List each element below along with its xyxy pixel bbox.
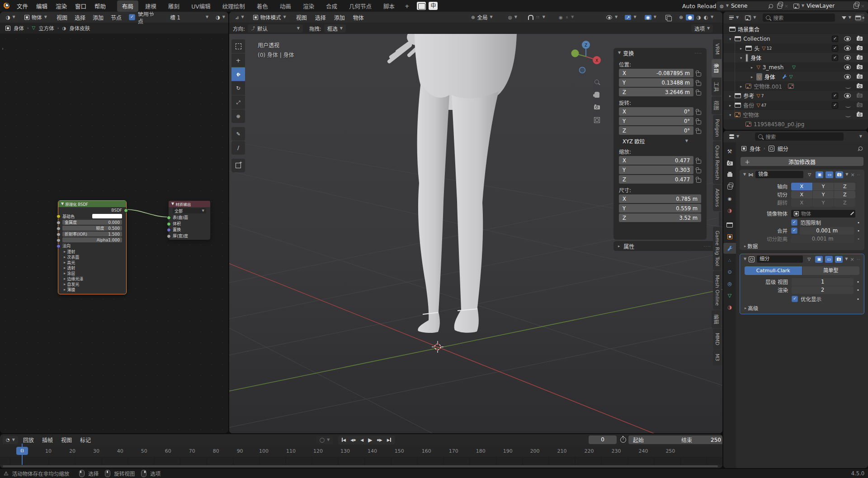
viewport-menu-item[interactable]: 添加 [330,14,349,21]
tool-scale[interactable]: ⤢︎ [231,95,245,109]
next-keyframe-button[interactable]: ◆▶ [374,438,384,442]
metallic-socket[interactable] [57,221,61,225]
topbar-menu-item[interactable]: 渲染 [52,2,71,10]
tab-object-data[interactable]: ▽ [723,290,736,301]
jump-to-end-button[interactable]: ▶ [385,438,393,442]
mirror-data-section[interactable]: 数据 [747,242,758,250]
render-disabled-icon[interactable] [857,94,863,98]
options-dropdown[interactable]: 选项▼ [691,24,713,33]
alpha-slider[interactable]: Alpha1.000 [62,237,122,242]
shader-menu-item[interactable]: 添加 [89,14,107,21]
selectability-dropdown[interactable]: ▼ [603,13,621,21]
hide-viewport-icon[interactable] [844,46,851,51]
rotation-field[interactable]: Z0° [619,126,693,135]
row-scene-collection[interactable]: 场景集合 [723,24,868,34]
n-panel-tab[interactable]: VRM [713,39,722,59]
subdiv-advanced-section[interactable]: 高级 [748,304,758,312]
collection-checkbox[interactable] [832,93,838,99]
add-modifier-button[interactable]: ＋ 添加修改器 [741,157,863,166]
n-panel-tab[interactable] [719,212,722,226]
catmull-clark-button[interactable]: Catmull-Clark [745,266,802,275]
use-nodes-checkbox[interactable] [129,14,135,20]
display-oncage-icon[interactable]: ▣ [815,256,823,263]
shading-rendered-icon[interactable]: ◐ [703,14,708,20]
editor-type-viewport[interactable]: ⊿▼ [232,13,247,21]
pivot-point-dropdown[interactable]: ◎▼ [505,13,520,21]
lock-icon[interactable] [696,169,701,173]
bsdf-section[interactable]: ▸次表面 [58,254,126,260]
current-frame-field[interactable]: 0 [589,435,617,444]
workspace-tab[interactable]: 纹理绘制 [217,0,250,12]
levels-viewport-field[interactable]: 1 [792,278,854,286]
dimension-field[interactable]: X0.785 m [619,194,701,203]
base-color-socket[interactable] [57,214,61,218]
hidden-viewport-icon[interactable] [845,104,851,108]
workspace-tab[interactable]: 建模 [140,0,161,12]
disable-render-icon[interactable] [857,84,863,88]
material-slot-dropdown[interactable]: 槽 1▼ [167,13,212,21]
transform-orientation-dropdown[interactable]: ⊕全局▼ [468,13,496,21]
bsdf-section[interactable]: ▸漫射 [58,249,126,254]
tool-add-cube[interactable]: + [231,159,245,172]
prev-keyframe-button[interactable]: ◀◆ [348,438,358,442]
display-render-icon[interactable] [835,256,843,263]
editor-type-outliner[interactable]: ▼ [727,14,741,22]
bisect-distance-field[interactable]: 0.001 m [791,235,854,243]
lock-icon[interactable] [696,111,701,115]
tab-tool[interactable]: ⚒︎ [723,146,736,157]
workspace-tab[interactable]: 渲染 [298,0,319,12]
normal-socket[interactable] [57,244,61,248]
editor-type-shader[interactable]: ◑▼ [3,13,19,21]
disable-render-icon[interactable] [857,113,863,117]
base-color-swatch[interactable] [92,214,122,218]
merge-checkbox[interactable] [791,227,797,234]
tool-move[interactable]: ↔↔ [231,67,245,81]
row-head-collection[interactable]: ▸头 ▽12 [723,43,868,53]
subdiv-modifier-header[interactable]: ▼ 细分 ▽ ▣ ▭ ▼ × ·· [740,254,864,264]
hide-viewport-icon[interactable] [844,36,851,41]
bsdf-section[interactable]: ▸涂层 [58,270,126,276]
tab-collection[interactable] [723,219,736,230]
overlays-toggle[interactable]: ◉▼ [642,13,660,21]
n-panel-tab[interactable]: Poligon [713,115,722,141]
viewlayer-selector[interactable]: ▼ ViewLayer × [790,1,868,10]
orientation-value-dropdown[interactable]: ⤴默认▼ [248,24,303,33]
mirror-modifier-header[interactable]: ▼ ⋈ 镜像 ▽ ▣ ▭ ▼ × ·· [740,170,864,180]
render-disabled-icon[interactable] [857,103,863,107]
flip-y[interactable]: Y [813,199,834,207]
workspace-tab[interactable]: 布局 [117,0,138,12]
tab-object[interactable] [723,231,736,242]
display-editmode-icon[interactable]: ▽ [806,171,813,178]
scale-field[interactable]: X0.477 [619,156,693,165]
bisect-z[interactable]: Z [834,191,855,199]
display-realtime-icon[interactable]: ▭ [825,256,833,263]
hide-viewport-icon[interactable] [844,74,851,79]
mirror-axis-y[interactable]: Y [813,183,834,190]
tab-constraints[interactable]: ◎ [723,278,736,289]
current-frame-line[interactable] [22,444,23,465]
n-panel-tab[interactable]: 视图 [712,96,722,114]
stopwatch-icon[interactable] [620,437,626,443]
layout-icon-button[interactable] [417,2,426,10]
gizmos-toggle[interactable]: ↗▼ [622,13,640,21]
row-collection[interactable]: ▾Collection [723,34,868,43]
bsdf-section[interactable]: ▸薄膜 [58,287,126,292]
workspace-tab[interactable]: 脚本 [378,0,400,12]
auto-keying-toggle[interactable]: ◯▼ [316,436,333,444]
n-panel-tab[interactable]: Quad Remesh [713,141,722,184]
extras-chevron-icon[interactable]: ▼ [845,173,848,176]
n-panel-tab[interactable]: MMD [713,329,722,349]
bsdf-section[interactable]: ▸高光 [58,260,126,265]
tab-modifiers[interactable] [723,243,736,254]
row-body-object[interactable]: ▸ ▽ 身体 ▽ [723,72,868,81]
flip-z[interactable]: Z [834,199,855,207]
new-viewlayer-icon[interactable] [854,4,859,9]
timeline-scrollbar[interactable] [3,465,718,467]
perspective-ortho-icon[interactable] [591,114,603,126]
workspace-tab[interactable]: 合成 [321,0,342,12]
hidden-viewport-icon[interactable] [845,114,851,117]
workspace-tab[interactable]: 几何节点 [344,0,377,12]
extras-chevron-icon[interactable]: ▼ [845,257,848,261]
close-icon[interactable]: × [850,256,854,262]
tab-render[interactable] [723,158,736,169]
